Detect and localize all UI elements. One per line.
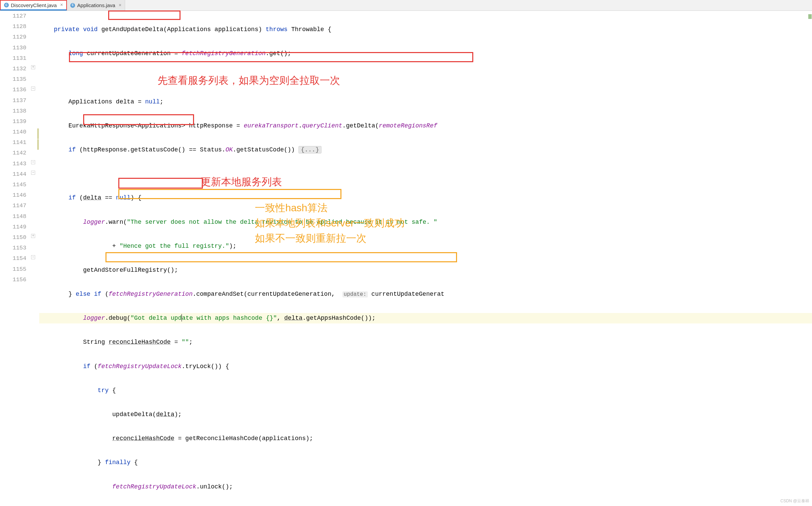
line-number[interactable]: 1139 xyxy=(0,116,26,127)
line-number[interactable]: 1146 xyxy=(0,190,26,200)
watermark: CSDN @豆泰祥 xyxy=(780,498,809,504)
code-line[interactable]: if (fetchRegistryUpdateLock.tryLock()) { xyxy=(39,361,812,372)
line-number[interactable]: 1143 xyxy=(0,159,26,169)
line-gutter: 1127 1128 1129 1130 1131 1132 1135 1136 … xyxy=(0,11,30,506)
line-number[interactable]: 1129 xyxy=(0,32,26,42)
line-number[interactable]: 1145 xyxy=(0,179,26,190)
code-line-current[interactable]: logger.debug("Got delta update with apps… xyxy=(39,313,812,323)
modified-marker xyxy=(37,128,39,139)
line-number[interactable]: 1135 xyxy=(0,74,26,85)
code-line[interactable]: } else if (fetchRegistryGeneration.compa… xyxy=(39,289,812,299)
code-line[interactable]: } finally { xyxy=(39,457,812,468)
close-icon[interactable]: × xyxy=(119,3,121,8)
line-number[interactable]: 1132 xyxy=(0,64,26,74)
parameter-hint: update: xyxy=(342,291,368,297)
annotation-box xyxy=(105,252,457,262)
tab-applications[interactable]: C Applications.java × xyxy=(67,0,125,10)
code-line[interactable]: updateDelta(delta); xyxy=(39,409,812,420)
code-line[interactable]: logger.warn("The server does not allow t… xyxy=(39,217,812,227)
line-number[interactable]: 1128 xyxy=(0,21,26,32)
code-line[interactable] xyxy=(39,169,812,179)
java-class-icon: C xyxy=(4,3,9,7)
line-number[interactable]: 1154 xyxy=(0,253,26,264)
java-class-icon: C xyxy=(70,3,75,8)
code-line[interactable]: getAndStoreFullRegistry(); xyxy=(39,265,812,275)
fold-toggle[interactable]: − xyxy=(31,160,35,164)
code-line[interactable]: reconcileHashCode = getReconcileHashCode… xyxy=(39,433,812,444)
editor: 1127 1128 1129 1130 1131 1132 1135 1136 … xyxy=(0,11,812,506)
code-line[interactable]: try { xyxy=(39,385,812,396)
modified-marker xyxy=(37,139,39,150)
tab-label: Applications.java xyxy=(77,2,115,8)
line-number[interactable]: 1155 xyxy=(0,264,26,274)
fold-toggle[interactable]: + xyxy=(31,65,35,69)
annotation-box xyxy=(108,10,181,20)
fold-gutter: + − − − + − xyxy=(30,11,37,506)
line-number[interactable]: 1130 xyxy=(0,43,26,53)
close-icon[interactable]: × xyxy=(60,2,63,8)
code-line[interactable]: + "Hence got the full registry."); xyxy=(39,241,812,251)
code-line[interactable]: EurekaHttpResponse<Applications> httpRes… xyxy=(39,121,812,131)
line-number[interactable]: 1142 xyxy=(0,148,26,158)
line-number[interactable]: 1147 xyxy=(0,200,26,211)
tab-bar: C DiscoveryClient.java × C Applications.… xyxy=(0,0,812,11)
fold-toggle[interactable]: + xyxy=(31,234,35,238)
fold-toggle[interactable]: − xyxy=(31,171,35,175)
fold-toggle[interactable]: − xyxy=(31,255,35,259)
code-line[interactable]: Applications delta = null; xyxy=(39,97,812,107)
code-line[interactable]: fetchRegistryUpdateLock.unlock(); xyxy=(39,482,812,492)
scroll-marker xyxy=(808,14,812,19)
line-number[interactable]: 1136 xyxy=(0,85,26,95)
line-number[interactable]: 1153 xyxy=(0,243,26,253)
line-number[interactable]: 1138 xyxy=(0,106,26,116)
tab-label: DiscoveryClient.java xyxy=(11,2,57,8)
line-number[interactable]: 1148 xyxy=(0,211,26,222)
line-number[interactable]: 1156 xyxy=(0,274,26,285)
code-line[interactable]: if (delta == null) { xyxy=(39,193,812,203)
code-line[interactable]: private void getAndUpdateDelta(Applicati… xyxy=(39,24,812,35)
line-number[interactable]: 1127 xyxy=(0,11,26,21)
code-area[interactable]: private void getAndUpdateDelta(Applicati… xyxy=(39,11,812,506)
line-number[interactable]: 1150 xyxy=(0,232,26,243)
code-line[interactable]: long currentUpdateGeneration = fetchRegi… xyxy=(39,48,812,59)
annotation-box xyxy=(118,178,203,189)
line-number[interactable]: 1149 xyxy=(0,222,26,232)
fold-toggle[interactable]: − xyxy=(31,87,35,91)
fold-placeholder[interactable]: {...} xyxy=(298,146,321,153)
code-line[interactable]: if (httpResponse.getStatusCode() == Stat… xyxy=(39,145,812,155)
caret xyxy=(182,314,182,321)
code-line[interactable] xyxy=(39,72,812,83)
tab-discovery-client[interactable]: C DiscoveryClient.java × xyxy=(0,0,67,10)
code-line[interactable]: String reconcileHashCode = ""; xyxy=(39,337,812,347)
line-number[interactable]: 1140 xyxy=(0,127,26,137)
line-number[interactable]: 1137 xyxy=(0,95,26,106)
line-number[interactable]: 1131 xyxy=(0,53,26,64)
line-number[interactable]: 1144 xyxy=(0,169,26,179)
line-number[interactable]: 1141 xyxy=(0,137,26,148)
